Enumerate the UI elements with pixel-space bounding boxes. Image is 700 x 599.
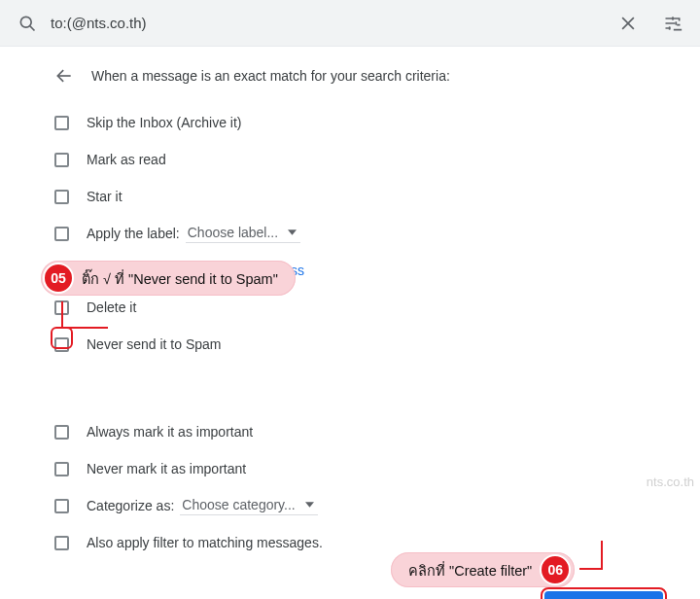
search-bar: to:(@nts.co.th): [0, 0, 700, 47]
label-skip-inbox: Skip the Inbox (Archive it): [87, 115, 242, 130]
checkbox-mark-read[interactable]: [54, 153, 69, 167]
checkbox-star[interactable]: [54, 190, 69, 204]
annotation-text-06: คลิกที่ "Create filter": [408, 559, 532, 581]
dropdown-choose-label[interactable]: Choose label...: [186, 225, 300, 243]
search-icon: [18, 14, 37, 33]
label-categorize: Categorize as:: [87, 498, 174, 513]
label-apply-label: Apply the label:: [87, 226, 180, 241]
option-never-spam: Never send it to Spam: [54, 329, 667, 360]
checkbox-delete[interactable]: [54, 300, 69, 315]
svg-rect-6: [669, 26, 671, 29]
checkbox-never-important[interactable]: [54, 462, 69, 476]
label-never-spam: Never send it to Spam: [87, 336, 222, 352]
checkbox-skip-inbox[interactable]: [54, 116, 69, 130]
option-mark-read: Mark as read: [54, 144, 667, 175]
panel-header: When a message is an exact match for you…: [54, 66, 667, 86]
svg-rect-5: [676, 21, 678, 24]
option-also-apply: Also apply filter to matching messages.: [54, 527, 667, 558]
annotation-step-06: คลิกที่ "Create filter" 06: [391, 552, 575, 587]
footer-row: ? Learn more Create filter: [54, 587, 667, 599]
annotation-text-05: ติ๊ก √ ที่ "Never send it to Spam": [82, 267, 278, 290]
checkbox-categorize[interactable]: [54, 499, 69, 513]
option-apply-label: Apply the label: Choose label...: [54, 218, 667, 249]
back-arrow-icon[interactable]: [54, 66, 74, 86]
checkbox-also-apply[interactable]: [54, 536, 69, 550]
clear-search-icon[interactable]: [618, 14, 638, 33]
annotation-step-05: 05 ติ๊ก √ ที่ "Never send it to Spam": [41, 261, 296, 296]
annotation-highlight-create-filter: Create filter: [541, 587, 667, 599]
search-query[interactable]: to:(@nts.co.th): [51, 15, 618, 31]
option-always-important: Always mark it as important: [54, 416, 667, 447]
caret-down-icon: [288, 229, 297, 235]
option-skip-inbox: Skip the Inbox (Archive it): [54, 107, 667, 138]
annotation-badge-05: 05: [43, 263, 74, 294]
svg-rect-4: [672, 17, 674, 19]
label-always-important: Always mark it as important: [87, 424, 253, 440]
label-mark-read: Mark as read: [87, 152, 166, 167]
label-also-apply: Also apply filter to matching messages.: [87, 535, 323, 550]
option-categorize: Categorize as: Choose category...: [54, 490, 667, 521]
dropdown-choose-category-value: Choose category...: [182, 497, 295, 512]
label-never-important: Never mark it as important: [87, 461, 246, 476]
panel-header-text: When a message is an exact match for you…: [91, 68, 450, 84]
checkbox-always-important[interactable]: [54, 425, 69, 440]
dropdown-choose-label-value: Choose label...: [188, 225, 278, 240]
search-options-icon[interactable]: [663, 14, 682, 33]
annotation-badge-06: 06: [540, 554, 571, 585]
dropdown-choose-category[interactable]: Choose category...: [180, 497, 317, 515]
label-star: Star it: [87, 189, 122, 204]
label-delete: Delete it: [87, 300, 136, 315]
checkbox-never-spam[interactable]: [54, 337, 69, 352]
create-filter-button[interactable]: Create filter: [544, 591, 663, 599]
option-star: Star it: [54, 181, 667, 212]
filter-panel: When a message is an exact match for you…: [0, 47, 700, 599]
caret-down-icon: [305, 502, 314, 508]
option-never-important: Never mark it as important: [54, 453, 667, 484]
checkbox-apply-label[interactable]: [54, 227, 69, 241]
svg-point-0: [20, 17, 31, 27]
option-delete: Delete it: [54, 292, 667, 323]
svg-line-1: [30, 25, 35, 30]
